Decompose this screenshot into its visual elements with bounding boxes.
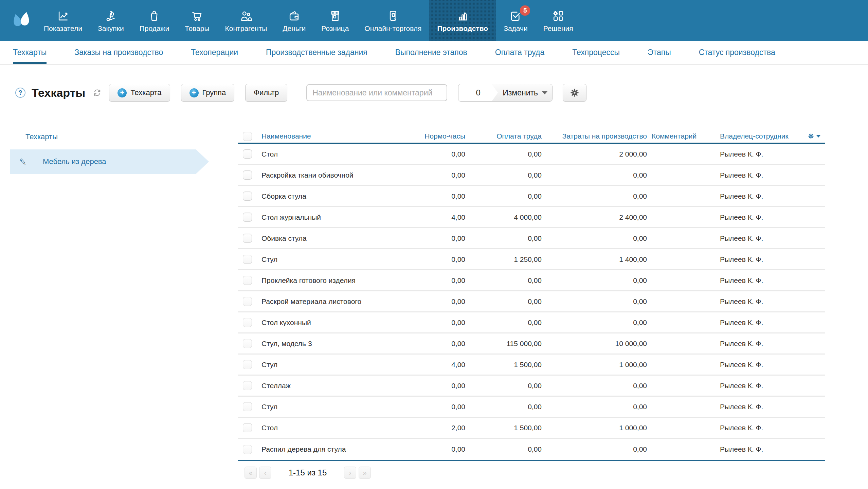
table-row[interactable]: Распил дерева для стула 0,00 0,00 0,00 Р… <box>238 439 825 460</box>
cell-norm-hours: 0,00 <box>411 150 465 158</box>
tab-production-orders[interactable]: Заказы на производство <box>74 41 163 64</box>
table-row[interactable]: Стул 0,00 1 250,00 1 400,00 Рылеев К. Ф. <box>238 249 825 270</box>
tab-techoperations[interactable]: Техоперации <box>191 41 238 64</box>
row-checkbox[interactable] <box>243 276 252 285</box>
cell-production-cost: 0,00 <box>542 319 647 327</box>
table-row[interactable]: Обивка стула 0,00 0,00 0,00 Рылеев К. Ф. <box>238 228 825 249</box>
row-checkbox[interactable] <box>243 339 252 348</box>
tab-stages[interactable]: Этапы <box>648 41 671 64</box>
add-group-button[interactable]: + Группа <box>181 84 235 102</box>
refresh-icon[interactable] <box>93 88 102 97</box>
cell-labor-pay: 4 000,00 <box>465 213 542 221</box>
table-row[interactable]: Раскрой материала листового 0,00 0,00 0,… <box>238 291 825 312</box>
wallet-icon <box>288 9 301 22</box>
row-checkbox[interactable] <box>243 192 252 201</box>
nav-item-retail[interactable]: Розница <box>313 0 357 41</box>
table-row[interactable]: Стол 2,00 1 500,00 1 000,00 Рылеев К. Ф. <box>238 418 825 439</box>
app-logo[interactable] <box>7 0 36 41</box>
table-row[interactable]: Сборка стула 0,00 0,00 0,00 Рылеев К. Ф. <box>238 186 825 207</box>
nav-item-purchases[interactable]: Закупки <box>90 0 132 41</box>
tab-techcards[interactable]: Техкарты <box>13 41 47 64</box>
table-row[interactable]: Проклейка готового изделия 0,00 0,00 0,0… <box>238 270 825 291</box>
row-checkbox[interactable] <box>243 360 252 369</box>
select-all-checkbox[interactable] <box>243 132 252 141</box>
add-techcard-button[interactable]: + Техкарта <box>109 84 170 102</box>
pencil-icon[interactable] <box>18 157 28 166</box>
last-page-button[interactable]: » <box>359 467 371 479</box>
cell-owner: Рылеев К. Ф. <box>720 192 805 200</box>
row-checkbox[interactable] <box>243 213 252 222</box>
cell-name: Раскройка ткани обивочной <box>256 171 411 179</box>
cell-name: Обивка стула <box>256 234 411 242</box>
table-row[interactable]: Стеллаж 0,00 0,00 0,00 Рылеев К. Ф. <box>238 376 825 397</box>
cell-norm-hours: 0,00 <box>411 297 465 306</box>
row-checkbox[interactable] <box>243 423 252 432</box>
change-button[interactable]: Изменить <box>498 84 552 101</box>
next-page-button[interactable]: › <box>344 467 356 479</box>
nav-item-online-trade[interactable]: Онлайн-торговля <box>357 0 429 41</box>
filter-button[interactable]: Фильтр <box>245 84 287 102</box>
cart-icon <box>191 9 203 22</box>
row-checkbox[interactable] <box>243 297 252 306</box>
table-row[interactable]: Раскройка ткани обивочной 0,00 0,00 0,00… <box>238 165 825 186</box>
row-checkbox[interactable] <box>243 234 252 243</box>
table-header-row: Наименование Нормо-часы Оплата труда Зат… <box>238 130 825 144</box>
col-header-labor-pay[interactable]: Оплата труда <box>465 132 542 140</box>
settings-button[interactable] <box>563 84 586 102</box>
cell-labor-pay: 1 500,00 <box>465 361 542 369</box>
row-checkbox[interactable] <box>243 170 252 180</box>
cell-production-cost: 0,00 <box>542 382 647 390</box>
nav-item-indicators[interactable]: Показатели <box>36 0 90 41</box>
row-checkbox[interactable] <box>243 381 252 390</box>
cell-owner: Рылеев К. Ф. <box>720 424 805 432</box>
cell-norm-hours: 2,00 <box>411 424 465 432</box>
col-header-norm-hours[interactable]: Нормо-часы <box>411 132 465 140</box>
col-header-comment[interactable]: Комментарий <box>647 132 720 140</box>
sidebar-item-furniture-group[interactable]: Мебель из дерева <box>10 149 209 174</box>
tab-techprocesses[interactable]: Техпроцессы <box>572 41 620 64</box>
cell-owner: Рылеев К. Ф. <box>720 361 805 369</box>
col-header-name[interactable]: Наименование <box>256 132 411 140</box>
table-row[interactable]: Стол журнальный 4,00 4 000,00 2 400,00 Р… <box>238 207 825 228</box>
first-page-button[interactable]: « <box>245 467 257 479</box>
row-checkbox[interactable] <box>243 445 252 454</box>
row-checkbox[interactable] <box>243 255 252 264</box>
col-header-owner[interactable]: Владелец-сотрудник <box>720 132 805 140</box>
cell-labor-pay: 0,00 <box>465 234 542 242</box>
prev-page-button[interactable]: ‹ <box>259 467 271 479</box>
tab-stage-execution[interactable]: Выполнение этапов <box>395 41 467 64</box>
table-row[interactable]: Стол 0,00 0,00 2 000,00 Рылеев К. Ф. <box>238 144 825 165</box>
cell-production-cost: 2 000,00 <box>542 150 647 158</box>
cell-owner: Рылеев К. Ф. <box>720 340 805 348</box>
cell-owner: Рылеев К. Ф. <box>720 297 805 306</box>
nav-item-sales[interactable]: Продажи <box>132 0 177 41</box>
search-input[interactable] <box>306 84 447 101</box>
col-header-production-cost[interactable]: Затраты на производство <box>542 132 647 140</box>
row-checkbox[interactable] <box>243 149 252 159</box>
row-checkbox[interactable] <box>243 402 252 411</box>
table-row[interactable]: Стол кухонный 0,00 0,00 0,00 Рылеев К. Ф… <box>238 312 825 333</box>
nav-item-money[interactable]: Деньги <box>275 0 313 41</box>
nav-item-label: Продажи <box>140 25 169 32</box>
nav-item-counterparties[interactable]: Контрагенты <box>217 0 275 41</box>
table-row[interactable]: Стул, модель 3 0,00 115 000,00 10 000,00… <box>238 333 825 355</box>
nav-item-solutions[interactable]: Решения <box>536 0 581 41</box>
cell-labor-pay: 1 250,00 <box>465 255 542 264</box>
table-row[interactable]: Стул 0,00 0,00 0,00 Рылеев К. Ф. <box>238 397 825 418</box>
nav-item-tasks[interactable]: 5 Задачи <box>496 0 536 41</box>
selection-counter: 0 Изменить <box>458 84 553 102</box>
section-tab-bar: Техкарты Заказы на производство Техопера… <box>0 41 868 65</box>
tab-production-tasks[interactable]: Производственные задания <box>266 41 367 64</box>
row-checkbox[interactable] <box>243 318 252 327</box>
tab-labor-pay[interactable]: Оплата труда <box>495 41 545 64</box>
sidebar-header-techcards[interactable]: Техкарты <box>25 132 209 141</box>
nav-item-label: Производство <box>437 25 488 32</box>
nav-item-goods[interactable]: Товары <box>177 0 217 41</box>
column-settings-button[interactable] <box>805 133 825 140</box>
nav-item-production[interactable]: Производство <box>429 0 496 41</box>
tab-production-status[interactable]: Статус производства <box>699 41 775 64</box>
pagination-range-label: 1-15 из 15 <box>274 468 342 477</box>
table-row[interactable]: Стул 4,00 1 500,00 1 000,00 Рылеев К. Ф. <box>238 355 825 376</box>
help-icon[interactable]: ? <box>15 88 25 98</box>
cell-norm-hours: 0,00 <box>411 234 465 242</box>
